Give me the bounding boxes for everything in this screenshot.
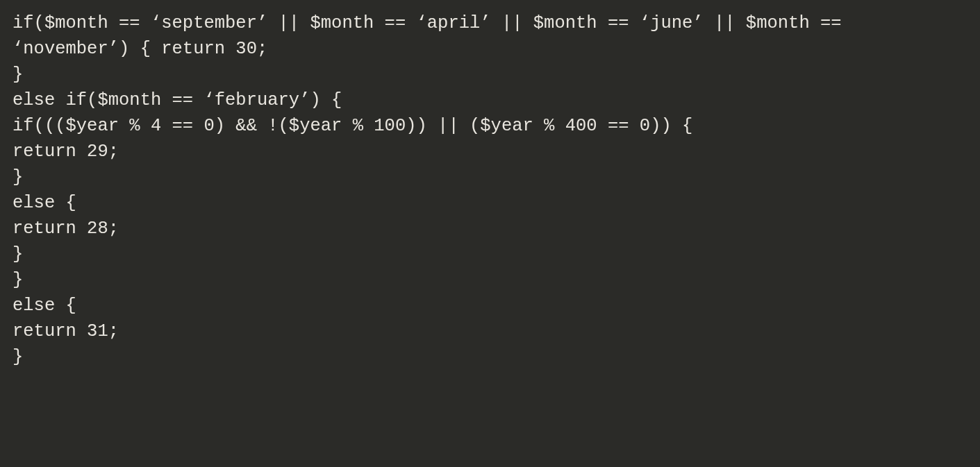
code-line: return 29; [13, 142, 119, 162]
code-block: if($month == ‘september’ || $month == ‘a… [0, 0, 980, 382]
code-line: } [13, 167, 23, 187]
code-line: else { [13, 193, 76, 213]
code-line: else if($month == ‘february’) { [13, 90, 342, 110]
code-line: return 31; [13, 321, 119, 341]
code-line: else { [13, 296, 76, 316]
code-line: return 28; [13, 219, 119, 239]
code-line: if($month == ‘september’ || $month == ‘a… [13, 13, 852, 59]
code-line: } [13, 270, 23, 290]
code-line: if((($year % 4 == 0) && !($year % 100)) … [13, 116, 692, 136]
code-line: } [13, 65, 23, 85]
code-line: } [13, 244, 23, 264]
code-line: } [13, 347, 23, 367]
